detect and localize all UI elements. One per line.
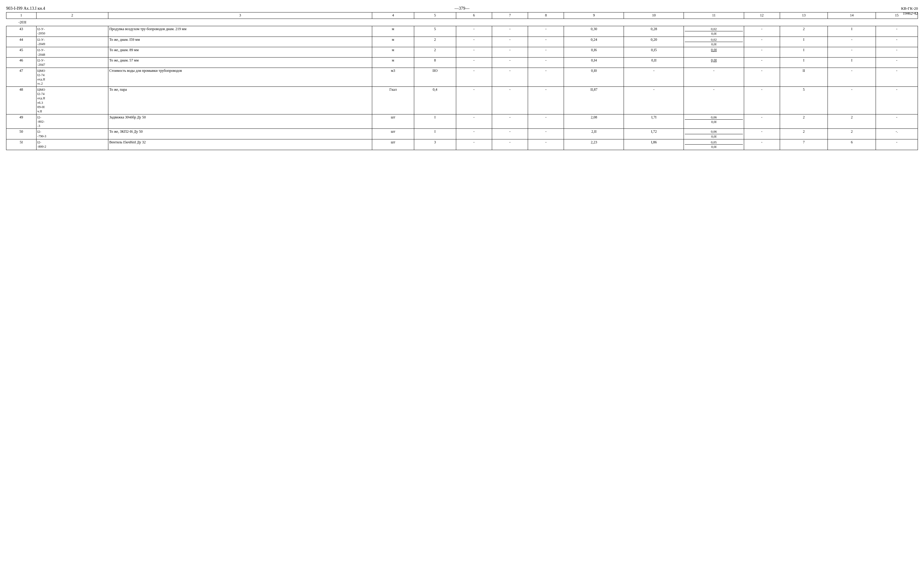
row-col6: -: [456, 36, 492, 47]
row-col13: 2: [780, 129, 828, 139]
row-col12: -: [744, 68, 780, 86]
col-header-2: 2: [36, 13, 108, 19]
row-col12: -: [744, 139, 780, 150]
row-col5: 2: [414, 36, 456, 47]
row-col6: -: [456, 57, 492, 68]
row-desc: Вентиль I5кчI6пI Ду 32: [108, 139, 372, 150]
row-unit: м: [372, 47, 414, 58]
row-unit: м3: [372, 68, 414, 86]
row-col15: -: [876, 57, 917, 68]
row-col12: -: [744, 57, 780, 68]
row-col11: 0,02 0,0I: [684, 36, 744, 47]
row-desc: Задвижка 30ч6бр Ду 50: [108, 114, 372, 129]
row-col10: I,7I: [624, 114, 684, 129]
row-col9: 2,08: [564, 114, 624, 129]
row-col8: -: [528, 57, 564, 68]
row-col12: -: [744, 114, 780, 129]
row-unit: м: [372, 36, 414, 47]
row-col7: -: [492, 139, 528, 150]
row-col5: I: [414, 114, 456, 129]
row-col9: 2,23: [564, 139, 624, 150]
kb-label: КВ-ГК-20: [901, 6, 918, 11]
row-col7: -: [492, 86, 528, 114]
col-header-13: 13: [780, 13, 828, 19]
row-col8: -: [528, 36, 564, 47]
col-header-5: 5: [414, 13, 456, 19]
row-col5: 5: [414, 26, 456, 37]
row-col14: -: [828, 68, 876, 86]
doc-title: 903-I-I99 Ах.13.I кн.4: [6, 6, 45, 11]
row-col9: 0,24: [564, 36, 624, 47]
row-col13: 7: [780, 139, 828, 150]
row-num: 5I: [7, 139, 36, 150]
row-col6: -: [456, 86, 492, 114]
row-col14: -: [828, 47, 876, 58]
row-col10: I,86: [624, 139, 684, 150]
row-col8: -: [528, 68, 564, 86]
row-col13: 2: [780, 114, 828, 129]
row-col6: -: [456, 114, 492, 129]
col-header-9: 9: [564, 13, 624, 19]
row-num: 48: [7, 86, 36, 114]
row-code: I2--790-3: [36, 129, 108, 139]
page-number: —379—: [455, 6, 470, 11]
row-col5: IIO: [414, 68, 456, 86]
row-num: 47: [7, 68, 36, 86]
row-col7: -: [492, 114, 528, 129]
col-header-8: 8: [528, 13, 564, 19]
col-header-14: 14: [828, 13, 876, 19]
row-col8: -: [528, 26, 564, 37]
row-col13: II: [780, 68, 828, 86]
top-right-info: КВ-ГК-20 19462-42: [901, 6, 918, 16]
row-code: I2-У--2048: [36, 47, 108, 58]
row-code: I2--802--3: [36, 114, 108, 129]
row-col11: 0,0I: [684, 57, 744, 68]
row-unit: м: [372, 26, 414, 37]
row-col6: -: [456, 26, 492, 37]
col-header-7: 7: [492, 13, 528, 19]
row-col6: -: [456, 68, 492, 86]
row-unit: шт: [372, 129, 414, 139]
row-col14: -: [828, 86, 876, 114]
row-col15: -: [876, 114, 917, 129]
row-col7: -: [492, 36, 528, 47]
col-header-11: 11: [684, 13, 744, 19]
row-desc: То же, пара: [108, 86, 372, 114]
row-code: ЦМОI2-74отд.IIтб.309-0Iч.II: [36, 86, 108, 114]
doc-number: 19462-42: [901, 11, 918, 16]
row-col14: I: [828, 57, 876, 68]
row-col7: -: [492, 47, 528, 58]
table-header-row: 1 2 3 4 5 6 7 8 9 10 11 12 13 14 15: [7, 13, 918, 19]
row-col6: -: [456, 129, 492, 139]
col-header-1: 1: [7, 13, 36, 19]
row-col10: -: [624, 86, 684, 114]
row-col5: 8: [414, 57, 456, 68]
row-col8: -: [528, 139, 564, 150]
row-col13: 5: [780, 86, 828, 114]
row-col11: 0,05 0,0I: [684, 139, 744, 150]
row-desc: Продувка воздухом тру-бопроводов диам. 2…: [108, 26, 372, 37]
col-header-3: 3: [108, 13, 372, 19]
row-col8: -: [528, 86, 564, 114]
main-table: 1 2 3 4 5 6 7 8 9 10 11 12 13 14 15 -203…: [6, 12, 918, 150]
row-unit: Гкал: [372, 86, 414, 114]
row-col13: I: [780, 57, 828, 68]
row-col11: 0,02 0,0I: [684, 26, 744, 37]
row-col14: 2: [828, 129, 876, 139]
row-col11: -: [684, 86, 744, 114]
row-col7: -: [492, 129, 528, 139]
row-desc: То же, диам. I59 мм: [108, 36, 372, 47]
row-col15: -: [876, 47, 917, 58]
table-row: 50 I2--790-3 То же, ЗКП2-I6 Ду 50 шт I -…: [7, 129, 918, 139]
row-col14: 6: [828, 139, 876, 150]
row-col9: 0,30: [564, 26, 624, 37]
row-code: I2-У--2050: [36, 26, 108, 37]
table-row: 45 I2-У--2048 То же, диам. 89 мм м 2 - -…: [7, 47, 918, 58]
row-col15: -.: [876, 129, 917, 139]
table-row: 47 ЦМОI2-74отд.IIтс.2 Стоимость воды для…: [7, 68, 918, 86]
row-col10: I,72: [624, 129, 684, 139]
row-col9: 2,II: [564, 129, 624, 139]
row-num: 46: [7, 57, 36, 68]
row-col11: -: [684, 68, 744, 86]
row-code: ЦМОI2-74отд.IIтс.2: [36, 68, 108, 86]
